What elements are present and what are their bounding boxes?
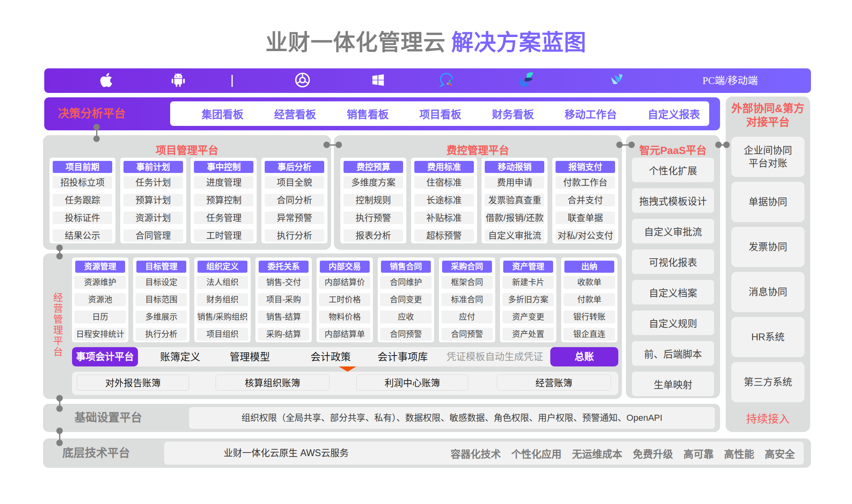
general-ledger-button[interactable]: 总账	[550, 347, 618, 366]
operation-item: 银企直连	[564, 328, 615, 341]
infra-feature: 免费升级	[633, 446, 673, 461]
operation-column-header: 采购合同	[442, 261, 492, 273]
expense-item: 控制规则	[344, 194, 403, 206]
operation-column-header: 销售合同	[381, 261, 431, 273]
ledger-box: 经营账簿	[497, 374, 611, 391]
operation-item: 合同变更	[380, 293, 432, 306]
connector-dot	[628, 142, 635, 148]
infra-feature: 无运维成本	[572, 446, 622, 461]
foundation-content: 组织权限（全局共享、部分共享、私有）、数据权限、敏感数据、角色权限、用户权限、预…	[189, 407, 715, 429]
operation-column-header: 内部交易	[320, 261, 370, 273]
operation-item: 执行分析	[136, 328, 187, 341]
project-item: 进度管理	[194, 176, 253, 189]
project-column-header: 事后分析	[265, 161, 324, 173]
external-item: 单据协同	[731, 182, 805, 222]
external-platform-panel: 外部协同&第方对接平台 企业间协同 平台对账单据协同发票协同消息协同HR系统第三…	[726, 97, 810, 432]
operation-item: 日历	[74, 311, 126, 323]
android-icon	[170, 72, 186, 90]
decision-tab-3[interactable]: 销售看板	[347, 106, 389, 121]
paas-item: 可视化报表	[632, 249, 714, 274]
decision-platform-title: 决策分析平台	[58, 97, 126, 130]
external-footer: 持续接入	[726, 410, 810, 426]
connector-dot	[56, 440, 63, 446]
decision-tab-7[interactable]: 自定义报表	[648, 106, 700, 121]
connector-dot	[56, 253, 63, 259]
external-item: HR系统	[731, 317, 805, 357]
operation-item: 销售-结算	[258, 311, 309, 323]
paas-item: 生单映射	[632, 372, 714, 396]
operation-item: 销售-交付	[258, 276, 309, 289]
project-column-header: 事前计划	[123, 161, 183, 173]
project-column-2: 事前计划任务计划预算计划资源计划合同管理	[120, 158, 186, 243]
connector-dot	[56, 405, 63, 412]
foundation-platform-row: 基础设置平台 组织权限（全局共享、部分共享、私有）、数据权限、敏感数据、角色权限…	[43, 404, 720, 432]
operation-item: 收款单	[564, 276, 615, 289]
operation-column-header: 组织定义	[198, 261, 247, 273]
expense-column-2: 费用标准住宿标准长途标准补贴标准超标预警	[411, 158, 477, 243]
expense-item: 联查单据	[556, 212, 615, 224]
decision-tab-1[interactable]: 集团看板	[202, 106, 243, 121]
page-title: 业财一体化管理云解决方案蓝图	[0, 24, 852, 56]
operation-item: 合同预警	[380, 328, 432, 341]
expense-item: 付款工作台	[556, 176, 615, 189]
expense-item: 自定义审批流	[485, 229, 544, 242]
expense-column-header: 移动报销	[485, 161, 544, 173]
apple-icon	[99, 72, 113, 90]
decision-tab-6[interactable]: 移动工作台	[564, 106, 617, 121]
page-title-accent: 解决方案蓝图	[451, 30, 587, 55]
dingtalk-icon	[517, 71, 535, 91]
operation-item: 付款单	[564, 293, 615, 306]
page-title-main: 业财一体化管理云	[265, 30, 446, 55]
connector-dot	[56, 395, 63, 401]
connector-dot	[323, 142, 330, 148]
project-item: 预算控制	[194, 194, 253, 206]
operation-item: 目标范围	[136, 293, 187, 306]
project-platform-panel: 项目管理平台 项目前期招投标立项任务跟踪投标证件结果公示事前计划任务计划预算计划…	[43, 135, 331, 250]
connector-dot	[616, 142, 623, 148]
operation-item: 销售/采购组织	[197, 311, 248, 323]
paas-item: 自定义审批流	[632, 219, 714, 243]
infra-feature: 高安全	[765, 446, 795, 461]
expense-item: 执行预警	[344, 212, 403, 224]
paas-item: 自定义规则	[632, 311, 714, 335]
operation-item: 目标设定	[136, 276, 187, 289]
accounting-item: 账簿定义	[160, 347, 200, 366]
infra-feature: 容器化技术	[451, 446, 501, 461]
infra-feature: 高可靠	[683, 446, 714, 461]
project-item: 合同分析	[265, 194, 324, 206]
operation-column-header: 出纳	[564, 261, 614, 273]
expense-column-3: 移动报销费用申请发票验真查重借款/报销/还款自定义审批流	[482, 158, 547, 243]
os-platform-bar: PC端/移动端	[44, 68, 811, 93]
external-item: 第三方系统	[731, 362, 805, 402]
expense-item: 报表分析	[344, 229, 403, 242]
operation-item: 资产处置	[502, 328, 554, 341]
operation-item: 多维展示	[136, 311, 187, 323]
decision-tab-bar: 集团看板经营看板销售看板项目看板财务看板移动工作台自定义报表	[170, 101, 709, 126]
operation-column-3: 组织定义法人组织财务组织销售/采购组织项目组织	[194, 257, 251, 342]
expense-column-1: 费控预算多维度方案控制规则执行预警报表分析	[340, 158, 406, 243]
expense-item: 多维度方案	[344, 176, 403, 189]
decision-tab-4[interactable]: 项目看板	[419, 106, 461, 121]
expense-item: 长途标准	[414, 194, 474, 206]
connector-dot	[723, 142, 730, 148]
windows-icon	[370, 72, 386, 89]
accounting-platform-button[interactable]: 事项会计平台	[72, 347, 138, 366]
decision-tab-5[interactable]: 财务看板	[492, 106, 534, 121]
connector-dot	[715, 142, 722, 148]
operation-item: 框架合同	[441, 276, 493, 289]
operation-item: 项目-采购	[258, 293, 309, 306]
decision-tab-2[interactable]: 经营看板	[274, 106, 316, 121]
expense-column-header: 费用标准	[414, 161, 474, 173]
operation-column-header: 资产管理	[503, 261, 553, 273]
operation-item: 内部结算单	[319, 328, 370, 341]
down-triangle-icon	[339, 366, 356, 372]
expense-item: 借款/报销/还款	[485, 212, 544, 224]
operation-item: 资源池	[74, 293, 126, 306]
expense-item: 合并支付	[556, 194, 615, 206]
connector-dot	[93, 136, 100, 142]
external-item: 消息协同	[731, 272, 805, 312]
accounting-item: 管理模型	[230, 347, 270, 366]
paas-item: 自定义档案	[632, 280, 714, 304]
connector-dot	[335, 142, 342, 148]
project-item: 任务管理	[194, 212, 253, 224]
